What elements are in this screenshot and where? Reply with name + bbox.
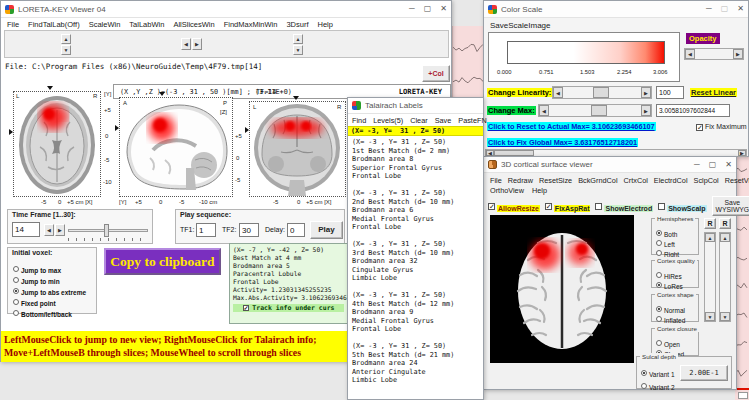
menu-help[interactable]: Help — [532, 186, 547, 195]
linearity-input[interactable] — [656, 86, 684, 99]
showelectrod-checkbox[interactable]: ShowElectrod — [595, 197, 653, 215]
close-icon[interactable]: ✕ — [440, 2, 447, 16]
up-arrow-icon[interactable]: ▲ — [293, 34, 303, 44]
maximize-icon[interactable]: ▢ — [424, 2, 432, 16]
brain-3d-top-view[interactable] — [490, 215, 634, 363]
loreta-titlebar[interactable]: LORETA-KEY Viewer 04 ─ ▢ ✕ — [1, 1, 451, 18]
menu-find[interactable]: Find — [352, 116, 366, 125]
checkbox-checked-icon[interactable]: ✓ — [243, 305, 249, 311]
slice-x-stepper[interactable]: ◀▶ — [181, 38, 202, 50]
rotation-scrollbar-left[interactable]: ▲▼ — [704, 232, 716, 322]
menu-scalewin[interactable]: ScaleWin — [89, 20, 121, 29]
track-info-row[interactable]: ✓ Track info under curs — [233, 304, 344, 312]
minimize-icon[interactable]: ─ — [409, 2, 415, 16]
copy-to-clipboard-button[interactable]: Copy to clipboard — [104, 248, 221, 275]
right-arrow-icon[interactable]: ▶ — [733, 49, 743, 59]
initial-voxel-option[interactable]: Bottom/left/back — [21, 311, 72, 318]
menu-resetview[interactable]: ResetView — [725, 176, 749, 185]
left-arrow-icon[interactable]: ◀ — [44, 224, 54, 236]
menu-findtallab[interactable]: FindTalLab(Off) — [28, 20, 80, 29]
menu-sclpcol[interactable]: SclpCol — [694, 176, 719, 185]
radio-icon[interactable] — [13, 310, 19, 316]
menu-resetsize[interactable]: ResetSize — [539, 176, 572, 185]
axial-slice-panel[interactable]: L R [Y] +5 0 -5 -10 -5 0 +5 cm [X] — [9, 85, 119, 207]
time-frame-slider-thumb[interactable] — [104, 224, 109, 237]
radio-icon[interactable] — [656, 282, 662, 288]
tf1-input[interactable] — [196, 223, 216, 237]
right-arrow-icon[interactable]: ▶ — [641, 87, 651, 98]
left-arrow-icon[interactable]: ◀ — [553, 87, 563, 98]
menu-pastefn[interactable]: PasteFN — [458, 116, 486, 125]
menu-bckgrndcol[interactable]: BckGrndCol — [578, 176, 617, 185]
rotation-scrollbar-right[interactable]: ▲▼ — [719, 232, 731, 322]
down-arrow-icon[interactable]: ▼ — [705, 312, 715, 321]
radio-icon[interactable] — [641, 370, 647, 376]
minimize-icon[interactable]: ─ — [706, 2, 712, 16]
menu-orthoview[interactable]: OrthoView — [490, 186, 524, 195]
time-frame-input[interactable] — [12, 222, 40, 237]
slice-y-stepper[interactable]: ▲▼ — [61, 34, 71, 55]
right-arrow-icon[interactable]: ▶ — [55, 224, 65, 236]
talairach-results-list[interactable]: (X= -3 , Y= 31 , Z= 50)1st Best Match (d… — [348, 136, 483, 385]
menu-findmaxminwin[interactable]: FindMaxMinWin — [224, 20, 278, 29]
menu-clear[interactable]: Clear — [410, 116, 427, 125]
menu-savescaleimage[interactable]: SaveScaleImage — [490, 21, 550, 30]
checkbox-checked-icon[interactable]: ✓ — [488, 203, 495, 210]
up-arrow-icon[interactable]: ▲ — [61, 34, 71, 44]
menu-help[interactable]: Help — [318, 20, 333, 29]
scroll-box[interactable] — [738, 392, 748, 399]
menu-file[interactable]: File — [7, 20, 19, 29]
coronal-slice-panel[interactable]: L R -5 0 +5 cm [X] — [245, 85, 351, 207]
menu-3dsurf[interactable]: 3Dsurf — [286, 20, 308, 29]
reset-actual-max-link[interactable]: Click to Reset to Actual Max= 3.10623693… — [487, 122, 656, 131]
radio-icon[interactable] — [656, 316, 662, 322]
menu-levels[interactable]: Levels(5) — [373, 116, 403, 125]
minimize-icon[interactable]: ─ — [694, 158, 700, 172]
menu-electrdcol[interactable]: ElectrdCol — [654, 176, 688, 185]
down-arrow-icon[interactable]: ▼ — [720, 312, 730, 321]
checkbox-unchecked-icon[interactable] — [658, 203, 665, 210]
radio-icon[interactable] — [656, 250, 662, 256]
save-wysiwyg-button[interactable]: Save WYSIWYG — [712, 196, 749, 216]
coronal-brain-image[interactable] — [250, 102, 345, 196]
sulcal-option[interactable]: Variant 2 — [649, 384, 675, 391]
sagittal-brain-image[interactable] — [120, 98, 232, 196]
menu-crtxcol[interactable]: CrtxCol — [624, 176, 648, 185]
menu-tallabwin[interactable]: TalLabWin — [129, 20, 164, 29]
slice-z-stepper[interactable]: ▲▼ — [293, 34, 303, 55]
left-arrow-icon[interactable]: ◀ — [539, 105, 549, 116]
radio-icon[interactable] — [641, 383, 647, 389]
left-arrow-icon[interactable]: ◀ — [181, 38, 191, 50]
menu-allsliceswin[interactable]: AllSlicesWin — [173, 20, 214, 29]
close-icon[interactable]: ✕ — [725, 158, 732, 172]
right-arrow-icon[interactable]: ▶ — [641, 105, 651, 116]
checkbox-checked-icon[interactable]: ✓ — [545, 203, 552, 210]
up-arrow-icon[interactable]: ▲ — [705, 233, 715, 242]
rotate-button-right[interactable]: R — [719, 218, 731, 229]
menu-redraw[interactable]: Redraw — [508, 176, 533, 185]
color-scale-titlebar[interactable]: Color Scale ─ ▢ ✕ — [484, 1, 748, 18]
down-arrow-icon[interactable]: ▼ — [61, 45, 71, 55]
menu-file[interactable]: File — [490, 176, 502, 185]
max-scrollbar[interactable]: ◀▶ — [538, 104, 652, 117]
close-icon[interactable]: ✕ — [737, 2, 744, 16]
right-arrow-icon[interactable]: ▶ — [192, 38, 202, 50]
linearity-scrollbar[interactable]: ◀▶ — [552, 86, 652, 99]
cortex-quality-option[interactable]: LoRes — [664, 283, 683, 290]
allowresize-checkbox[interactable]: ✓AllowResize — [488, 197, 540, 215]
cortex-shape-option[interactable]: Inflated — [664, 317, 685, 324]
checkbox-checked-icon[interactable]: ✓ — [696, 124, 703, 131]
fix-maximum-checkbox[interactable]: ✓Fix Maximum — [696, 123, 747, 131]
fixasprat-checkbox[interactable]: ✓FixAspRat — [545, 197, 591, 215]
time-frame-stepper[interactable]: ◀▶ — [44, 224, 65, 236]
tf2-input[interactable] — [239, 223, 259, 237]
talairach-titlebar[interactable]: Talairach Labels — [348, 98, 483, 114]
showscalp-checkbox[interactable]: ShowScalp — [658, 197, 706, 215]
fix-global-max-link[interactable]: Click to Fix Global Max= 3.6317651271820… — [487, 138, 638, 147]
play-button[interactable]: Play — [310, 221, 343, 239]
max-value-input[interactable] — [656, 104, 730, 117]
sulcal-depth-value-button[interactable]: 2.00E-1 — [680, 365, 728, 381]
rotate-button-left[interactable]: R — [704, 218, 716, 229]
sagittal-slice-panel[interactable]: A P [Z] +5 0 -5 [Y] +5 0 -5 -10 cm — [115, 85, 243, 207]
surface-render-panel[interactable] — [490, 215, 634, 363]
